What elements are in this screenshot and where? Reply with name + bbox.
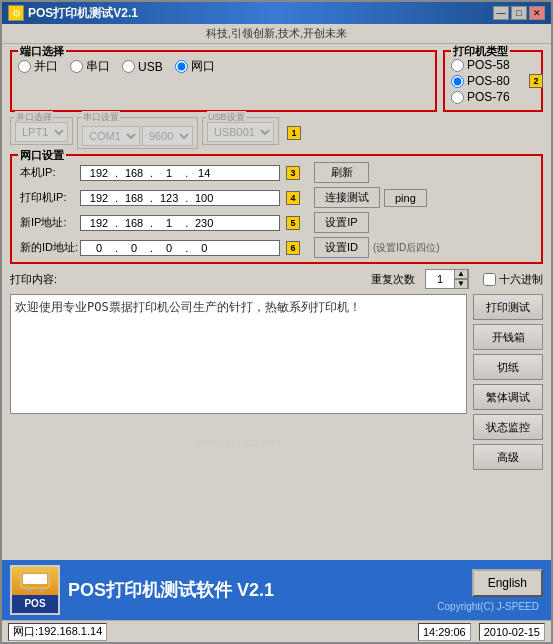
advanced-button[interactable]: 高级 (473, 444, 543, 470)
serial-baud-select[interactable]: 9600 (142, 126, 193, 146)
new-ip-badge: 5 (286, 216, 300, 230)
new-id-2[interactable] (119, 242, 149, 254)
repeat-spinbox: ▲ ▼ (425, 269, 469, 289)
new-ip-4[interactable] (189, 217, 219, 229)
port-usb-radio[interactable] (122, 60, 135, 73)
hex-label: 十六进制 (499, 272, 543, 287)
refresh-button[interactable]: 刷新 (314, 162, 369, 183)
app-icon: ⚙ (8, 5, 24, 21)
maximize-button[interactable]: □ (511, 6, 527, 20)
port-row: 并口 串口 USB 网口 (18, 58, 429, 75)
english-button[interactable]: English (472, 569, 543, 597)
content-buttons-row: 欢迎使用专业POS票据打印机公司生产的针打，热敏系列打印机！ www.niubb… (10, 294, 543, 470)
port-serial-label: 串口 (86, 58, 110, 75)
printer-pos80-radio[interactable] (451, 75, 464, 88)
new-ip-2[interactable] (119, 217, 149, 229)
port-parallel-item[interactable]: 并口 (18, 58, 58, 75)
set-id-note: (设置ID后四位) (373, 241, 440, 255)
print-textarea-wrapper: 欢迎使用专业POS票据打印机公司生产的针打，热敏系列打印机！ www.niubb… (10, 294, 467, 470)
printer-type-label: 打印机类型 (451, 44, 510, 59)
local-ip-row: 本机IP: . . . 3 刷新 (20, 162, 533, 183)
ping-button[interactable]: ping (384, 189, 427, 207)
printer-ip-4[interactable] (189, 192, 219, 204)
printer-type-badge: 2 (529, 74, 543, 88)
pos-logo: POS (10, 565, 60, 615)
time-status: 14:29:06 (418, 623, 471, 641)
close-button[interactable]: ✕ (529, 6, 545, 20)
port-serial-item[interactable]: 串口 (70, 58, 110, 75)
new-ip-1[interactable] (84, 217, 114, 229)
new-id-badge: 6 (286, 241, 300, 255)
date-status: 2010-02-15 (479, 623, 545, 641)
new-id-4[interactable] (189, 242, 219, 254)
printer-ip-3[interactable] (154, 192, 184, 204)
printer-ip-2[interactable] (119, 192, 149, 204)
network-settings-label: 网口设置 (18, 148, 66, 163)
printer-pos58-item[interactable]: POS-58 (451, 58, 523, 72)
network-status: 网口:192.168.1.14 (8, 623, 107, 641)
new-id-3[interactable] (154, 242, 184, 254)
complex-test-button[interactable]: 繁体调试 (473, 384, 543, 410)
local-ip-3[interactable] (154, 167, 184, 179)
printer-pos76-radio[interactable] (451, 91, 464, 104)
minimize-button[interactable]: — (493, 6, 509, 20)
svg-line-3 (39, 588, 43, 592)
title-bar-left: ⚙ POS打印机测试V2.1 (8, 5, 138, 22)
watermark-text: www.niubb.net (196, 435, 281, 450)
print-content-label: 打印内容: (10, 272, 57, 287)
printer-ip-1[interactable] (84, 192, 114, 204)
hex-check-item[interactable]: 十六进制 (483, 272, 543, 287)
network-settings-group: 网口设置 本机IP: . . . 3 刷新 打印机IP: (10, 154, 543, 264)
spin-down-button[interactable]: ▼ (454, 279, 468, 289)
port-network-radio[interactable] (175, 60, 188, 73)
main-window: ⚙ POS打印机测试V2.1 — □ ✕ 科技,引领创新,技术,开创未来 端口选… (0, 0, 553, 644)
pos-logo-bottom: POS (12, 595, 58, 613)
local-ip-4[interactable] (189, 167, 219, 179)
port-serial-radio[interactable] (70, 60, 83, 73)
print-textarea[interactable]: 欢迎使用专业POS票据打印机公司生产的针打，热敏系列打印机！ (10, 294, 467, 414)
status-monitor-button[interactable]: 状态监控 (473, 414, 543, 440)
serial-port-select[interactable]: COM1 (82, 126, 140, 146)
printer-pos80-item[interactable]: POS-80 (451, 74, 523, 88)
local-ip-badge: 3 (286, 166, 300, 180)
svg-rect-1 (23, 574, 47, 584)
local-ip-1[interactable] (84, 167, 114, 179)
bottom-title: POS打印机测试软件 V2.1 (68, 578, 429, 602)
port-parallel-radio[interactable] (18, 60, 31, 73)
usb-port-select[interactable]: USB001 (207, 122, 274, 142)
new-ip-input-group: . . . (80, 215, 280, 231)
printer-pos58-radio[interactable] (451, 59, 464, 72)
port-network-item[interactable]: 网口 (175, 58, 215, 75)
port-usb-item[interactable]: USB (122, 60, 163, 74)
print-test-button[interactable]: 打印测试 (473, 294, 543, 320)
new-ip-row: 新IP地址: . . . 5 设置IP (20, 212, 533, 233)
hex-checkbox[interactable] (483, 273, 496, 286)
bottom-bar: POS POS打印机测试软件 V2.1 English Copyright(C)… (2, 560, 551, 620)
port-settings-badge: 1 (287, 126, 301, 140)
local-ip-2[interactable] (119, 167, 149, 179)
serial-port-group: 串口设置 COM1 9600 (77, 117, 198, 149)
local-ip-label: 本机IP: (20, 165, 80, 180)
subtitle-text: 科技,引领创新,技术,开创未来 (206, 27, 347, 39)
printer-ip-label: 打印机IP: (20, 190, 80, 205)
printer-pos76-label: POS-76 (467, 90, 510, 104)
parallel-port-select[interactable]: LPT1 (15, 122, 68, 142)
top-row: 端口选择 并口 串口 USB (10, 50, 543, 112)
port-usb-label: USB (138, 60, 163, 74)
connect-test-button[interactable]: 连接测试 (314, 187, 380, 208)
parallel-port-group: 并口选择 LPT1 (10, 117, 73, 145)
cut-paper-button[interactable]: 切纸 (473, 354, 543, 380)
printer-pos76-item[interactable]: POS-76 (451, 90, 523, 104)
local-ip-input-group: . . . (80, 165, 280, 181)
new-id-1[interactable] (84, 242, 114, 254)
repeat-value-input[interactable] (426, 273, 454, 285)
serial-port-label: 串口设置 (82, 111, 120, 124)
new-ip-3[interactable] (154, 217, 184, 229)
set-id-button[interactable]: 设置ID (314, 237, 369, 258)
open-drawer-button[interactable]: 开钱箱 (473, 324, 543, 350)
set-ip-button[interactable]: 设置IP (314, 212, 369, 233)
spin-up-button[interactable]: ▲ (454, 269, 468, 279)
port-parallel-label: 并口 (34, 58, 58, 75)
printer-ip-input-group: . . . (80, 190, 280, 206)
new-id-row: 新的ID地址: . . . 6 设置ID (设置ID后四位) (20, 237, 533, 258)
